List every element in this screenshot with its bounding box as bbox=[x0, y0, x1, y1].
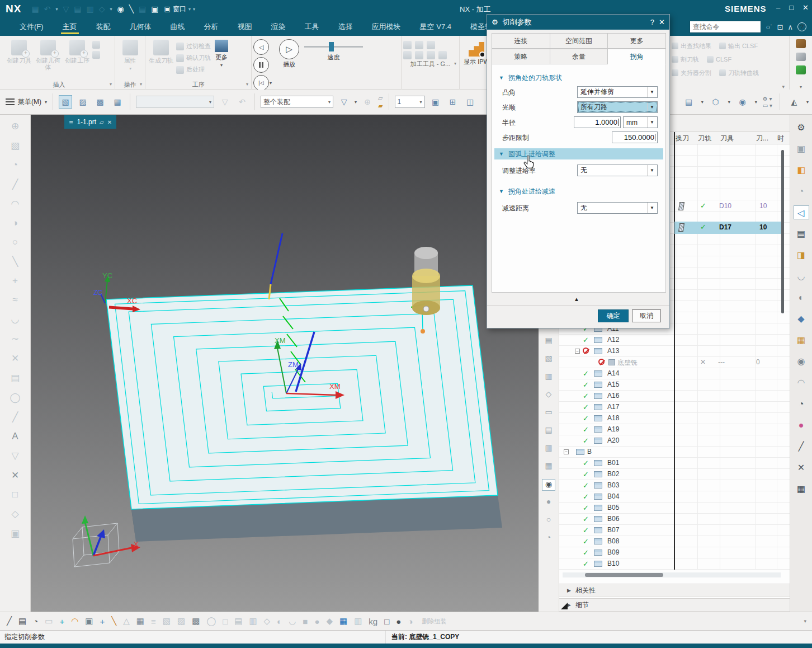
scrollbar-thumb[interactable] bbox=[585, 573, 663, 577]
create-tool-button[interactable]: 创建刀具 bbox=[5, 37, 33, 64]
ruler-icon[interactable]: ╱ bbox=[7, 616, 12, 626]
more-button[interactable]: 更多▾ bbox=[212, 37, 231, 69]
pause-button[interactable] bbox=[253, 57, 269, 73]
measure-window-icon[interactable]: ▤ bbox=[18, 616, 26, 626]
tree-row-B09[interactable]: ✓B09 bbox=[559, 547, 790, 558]
section-details[interactable]: ▶细节 bbox=[559, 598, 790, 612]
tool-icon[interactable] bbox=[403, 41, 412, 49]
section-corner-shape[interactable]: ▼拐角处的刀轨形状 bbox=[494, 72, 663, 83]
clock-icon[interactable]: ◔ bbox=[794, 397, 809, 411]
chevron-down-icon[interactable]: ▾ bbox=[140, 80, 142, 89]
coordinates-icon[interactable]: ≡ bbox=[151, 617, 156, 626]
graphics-window[interactable]: XM ZM XM YC ZC XC bbox=[31, 115, 539, 612]
pattern-icon[interactable]: ▣ bbox=[8, 528, 22, 539]
ellipse-icon[interactable]: ◯ bbox=[8, 392, 22, 403]
triad-icon[interactable]: △ bbox=[123, 616, 130, 626]
tool-row-D10[interactable]: ✓D1010 bbox=[674, 200, 781, 213]
circle-icon[interactable]: ○ bbox=[8, 237, 22, 248]
ribbon-item-刀轨转曲线[interactable]: 刀轨转曲线 bbox=[719, 69, 759, 77]
shaded-sphere-icon[interactable]: ● bbox=[542, 497, 555, 509]
search-icon[interactable]: ○˙ bbox=[766, 23, 772, 31]
chevron-down-icon[interactable]: ▾ bbox=[672, 84, 789, 90]
cross-curve-icon[interactable]: ✕ bbox=[8, 353, 22, 364]
section-arc-feed[interactable]: ▼圆弧上进给调整 bbox=[494, 148, 663, 159]
tool-icon[interactable] bbox=[415, 51, 423, 59]
dialog-tab-连接[interactable]: 连接 bbox=[492, 33, 550, 49]
menu-tab-5[interactable]: 曲线 bbox=[161, 18, 195, 36]
kg-icon[interactable]: kg bbox=[369, 617, 377, 626]
sheet-icon[interactable]: □ bbox=[223, 617, 228, 626]
create-operation-button[interactable]: 创建工序 bbox=[63, 37, 91, 64]
expander-icon[interactable]: − bbox=[564, 449, 569, 454]
cylinder-icon[interactable]: ◔ bbox=[542, 533, 555, 544]
cube2-icon[interactable]: ■ bbox=[303, 617, 308, 626]
gouge-check-item[interactable]: 过切检查 bbox=[176, 41, 211, 51]
wedge-icon[interactable]: ◆ bbox=[326, 616, 333, 626]
probe-icon[interactable]: ◐ bbox=[794, 290, 809, 304]
chevron-down-icon[interactable]: ▾ bbox=[806, 100, 809, 105]
plus-icon[interactable]: + bbox=[8, 275, 22, 287]
tree-row-A16[interactable]: ✓A16 bbox=[559, 391, 790, 402]
window-split-icon[interactable]: ◫ bbox=[464, 95, 477, 109]
ribbon-item-输出 CLSF[interactable]: 输出 CLSF bbox=[719, 42, 758, 50]
sync-icon[interactable]: ◆ bbox=[794, 312, 809, 326]
ribbon-item-出查找结果[interactable]: 出查找结果 bbox=[672, 42, 711, 50]
bucket-icon[interactable]: ◑ bbox=[408, 617, 413, 626]
line-icon[interactable]: ╱ bbox=[8, 179, 22, 190]
sphere-icon[interactable]: ○ bbox=[542, 515, 555, 527]
step-back-button[interactable]: ◁ bbox=[253, 39, 269, 55]
copy-icon[interactable]: ▤ bbox=[74, 4, 81, 13]
diamond-icon[interactable]: ◇ bbox=[8, 508, 22, 520]
dialog-close-button[interactable]: ✕ bbox=[659, 18, 665, 26]
scale-icon[interactable]: ▥ bbox=[354, 616, 362, 626]
ribbon-item-夹持器分割[interactable]: 夹持器分割 bbox=[672, 69, 711, 77]
move-icon[interactable]: + bbox=[100, 617, 105, 626]
tool-icon[interactable] bbox=[427, 51, 435, 59]
blank-icon[interactable]: ◔ bbox=[8, 159, 22, 171]
transform-icon[interactable]: ◇ bbox=[99, 4, 105, 13]
paste-icon[interactable]: ▥ bbox=[86, 4, 93, 13]
copy-icon[interactable]: ▤ bbox=[542, 425, 555, 437]
geometry-icon[interactable]: ▧ bbox=[8, 140, 22, 152]
ribbon-item-CLSF[interactable]: CLSF bbox=[707, 56, 731, 63]
machine-tool-view-button[interactable]: ▨ bbox=[76, 95, 89, 109]
column-header-1[interactable]: 换刀 bbox=[676, 134, 689, 143]
checkbox-icon[interactable]: □ bbox=[384, 617, 389, 626]
ribbon-item-割刀轨[interactable]: 割刀轨 bbox=[672, 55, 699, 64]
create-geometry-button[interactable]: 创建几何体 bbox=[34, 37, 62, 71]
measure-angle-icon[interactable]: ◔ bbox=[33, 617, 38, 626]
info-icon[interactable]: ◉ bbox=[794, 354, 809, 368]
section-corner-slowdown[interactable]: ▼拐角处进给减速 bbox=[494, 186, 663, 197]
flip-icon[interactable]: ◇ bbox=[264, 616, 271, 626]
reset-filter-icon[interactable]: ↶ bbox=[235, 95, 249, 109]
layers-copy-icon[interactable]: ▧ bbox=[163, 616, 171, 626]
swap-view-icon[interactable]: ⊞ bbox=[446, 95, 460, 109]
save-icon[interactable]: ▦ bbox=[31, 4, 39, 13]
cube-top-icon[interactable]: ▱ bbox=[378, 95, 383, 102]
component-cut-icon[interactable]: ◧ bbox=[794, 163, 809, 177]
generate-toolpath-button[interactable]: 生成刀轨 bbox=[147, 37, 175, 64]
polygon-icon[interactable]: ▽ bbox=[8, 450, 22, 462]
adjust-feed-select[interactable]: 无▼ bbox=[577, 165, 658, 176]
tree-row-A14[interactable]: ✓A14 bbox=[559, 368, 790, 379]
delete-assembly-label[interactable]: 删除组装 bbox=[422, 617, 446, 626]
dialog-help-button[interactable]: ? bbox=[650, 18, 654, 26]
menu-button[interactable]: 菜单(M)▾ bbox=[6, 97, 47, 107]
filter-icon[interactable]: ▽ bbox=[218, 95, 232, 109]
create-program-icon[interactable] bbox=[92, 41, 100, 49]
wave-icon[interactable]: ∼ bbox=[8, 333, 22, 345]
pages-icon[interactable]: ▤ bbox=[234, 616, 242, 626]
horizontal-scrollbar[interactable] bbox=[563, 572, 781, 577]
duplicate-icon[interactable]: ▤ bbox=[139, 4, 146, 13]
dialog-title-bar[interactable]: ⚙ 切削参数 ? ✕ bbox=[487, 15, 669, 30]
tree-row-B10[interactable]: ✓B10 bbox=[559, 558, 790, 570]
snap-point-icon[interactable]: ⊕ bbox=[361, 95, 374, 109]
slowdown-select[interactable]: 无▼ bbox=[577, 202, 658, 214]
verify-toolpath-item[interactable]: 确认刀轨 bbox=[176, 53, 211, 63]
pencil-icon[interactable]: ╱ bbox=[8, 411, 22, 423]
chevron-down-icon[interactable]: ▾ bbox=[800, 84, 802, 90]
filter-list-icon[interactable]: ▽ bbox=[337, 95, 351, 109]
point-line-icon[interactable]: ╲ bbox=[8, 256, 22, 267]
go-to-start-button[interactable]: |◁ bbox=[253, 75, 269, 91]
column-header-3[interactable]: 刀具 bbox=[720, 134, 734, 143]
